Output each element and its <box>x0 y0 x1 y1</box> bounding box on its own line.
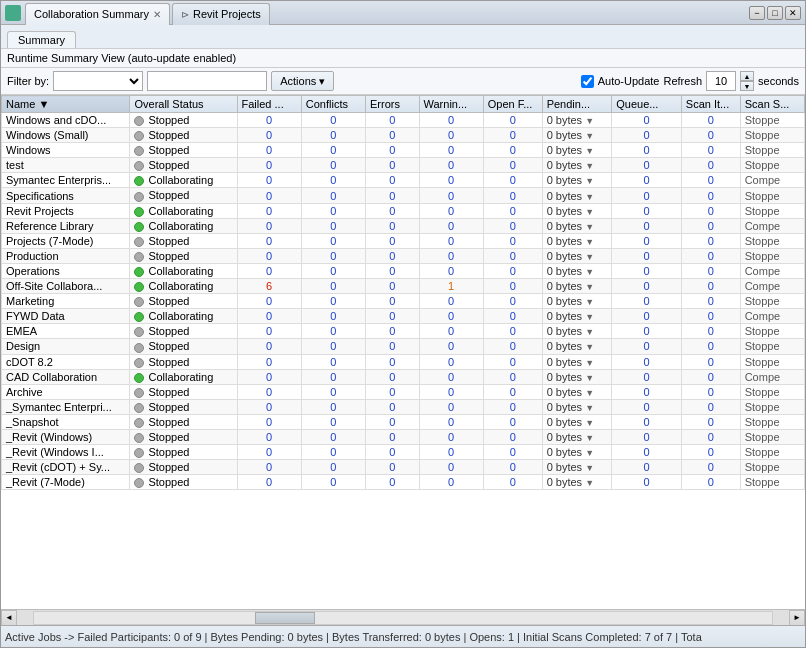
col-warnings[interactable]: Warnin... <box>419 96 483 113</box>
spin-up-button[interactable]: ▲ <box>740 71 754 81</box>
auto-update-checkbox[interactable] <box>581 75 594 88</box>
status-dot <box>134 146 144 156</box>
scroll-left-button[interactable]: ◄ <box>1 610 17 626</box>
cell-warnings: 0 <box>419 294 483 309</box>
maximize-button[interactable]: □ <box>767 6 783 20</box>
cell-open-f: 0 <box>483 445 542 460</box>
status-dot <box>134 463 144 473</box>
scroll-right-button[interactable]: ► <box>789 610 805 626</box>
cell-open-f: 0 <box>483 460 542 475</box>
table-row[interactable]: Symantec Enterpris... Collaborating 0 0 … <box>2 173 805 188</box>
minimize-button[interactable]: − <box>749 6 765 20</box>
table-row[interactable]: EMEA Stopped 0 0 0 0 0 0 bytes ▼ 0 0 Sto… <box>2 324 805 339</box>
cell-open-f: 0 <box>483 369 542 384</box>
cell-open-f: 0 <box>483 218 542 233</box>
cell-conflicts: 0 <box>301 399 365 414</box>
col-scan-it[interactable]: Scan It... <box>681 96 740 113</box>
cell-pending: 0 bytes ▼ <box>542 203 612 218</box>
scrollbar-track <box>33 611 773 625</box>
table-row[interactable]: _Revit (7-Mode) Stopped 0 0 0 0 0 0 byte… <box>2 475 805 490</box>
cell-conflicts: 0 <box>301 279 365 294</box>
cell-warnings: 0 <box>419 233 483 248</box>
col-conflicts[interactable]: Conflicts <box>301 96 365 113</box>
col-pending[interactable]: Pendin... <box>542 96 612 113</box>
col-name[interactable]: Name ▼ <box>2 96 130 113</box>
tab-revit-projects[interactable]: ⊳ Revit Projects <box>172 3 270 25</box>
spin-down-button[interactable]: ▼ <box>740 81 754 91</box>
table-row[interactable]: _Symantec Enterpri... Stopped 0 0 0 0 0 … <box>2 399 805 414</box>
table-row[interactable]: CAD Collaboration Collaborating 0 0 0 0 … <box>2 369 805 384</box>
cell-errors: 0 <box>366 294 420 309</box>
col-failed[interactable]: Failed ... <box>237 96 301 113</box>
table-row[interactable]: Production Stopped 0 0 0 0 0 0 bytes ▼ 0… <box>2 248 805 263</box>
cell-status: Stopped <box>130 384 237 399</box>
status-dot <box>134 358 144 368</box>
summary-tab[interactable]: Summary <box>7 31 76 48</box>
cell-pending: 0 bytes ▼ <box>542 324 612 339</box>
table-row[interactable]: _Revit (cDOT) + Sy... Stopped 0 0 0 0 0 … <box>2 460 805 475</box>
cell-open-f: 0 <box>483 475 542 490</box>
col-overall-status[interactable]: Overall Status <box>130 96 237 113</box>
col-errors[interactable]: Errors <box>366 96 420 113</box>
table-row[interactable]: Revit Projects Collaborating 0 0 0 0 0 0… <box>2 203 805 218</box>
table-row[interactable]: _Revit (Windows I... Stopped 0 0 0 0 0 0… <box>2 445 805 460</box>
filter-input[interactable] <box>147 71 267 91</box>
window-controls: − □ ✕ <box>749 6 801 20</box>
horizontal-scrollbar[interactable]: ◄ ► <box>1 609 805 625</box>
cell-pending: 0 bytes ▼ <box>542 279 612 294</box>
refresh-input[interactable] <box>706 71 736 91</box>
cell-scan-s: Stoppe <box>740 475 804 490</box>
actions-button[interactable]: Actions ▾ <box>271 71 334 91</box>
table-row[interactable]: Marketing Stopped 0 0 0 0 0 0 bytes ▼ 0 … <box>2 294 805 309</box>
cell-open-f: 0 <box>483 339 542 354</box>
table-row[interactable]: cDOT 8.2 Stopped 0 0 0 0 0 0 bytes ▼ 0 0… <box>2 354 805 369</box>
tab-label-collab: Collaboration Summary <box>34 8 149 20</box>
cell-status: Stopped <box>130 128 237 143</box>
actions-arrow-icon: ▾ <box>319 75 325 88</box>
cell-failed: 0 <box>237 294 301 309</box>
cell-status: Collaborating <box>130 279 237 294</box>
close-button[interactable]: ✕ <box>785 6 801 20</box>
tab-bar: Collaboration Summary ✕ ⊳ Revit Projects <box>25 1 270 25</box>
table-row[interactable]: Reference Library Collaborating 0 0 0 0 … <box>2 218 805 233</box>
table-row[interactable]: FYWD Data Collaborating 0 0 0 0 0 0 byte… <box>2 309 805 324</box>
table-row[interactable]: Specifications Stopped 0 0 0 0 0 0 bytes… <box>2 188 805 203</box>
table-row[interactable]: Windows Stopped 0 0 0 0 0 0 bytes ▼ 0 0 … <box>2 143 805 158</box>
cell-conflicts: 0 <box>301 158 365 173</box>
cell-scan-it: 0 <box>681 399 740 414</box>
cell-scan-it: 0 <box>681 429 740 444</box>
cell-conflicts: 0 <box>301 294 365 309</box>
cell-name: _Revit (Windows) <box>2 429 130 444</box>
table-row[interactable]: Windows and cDO... Stopped 0 0 0 0 0 0 b… <box>2 113 805 128</box>
table-container[interactable]: Name ▼ Overall Status Failed ... Conflic… <box>1 95 805 609</box>
col-scan-s[interactable]: Scan S... <box>740 96 804 113</box>
cell-errors: 0 <box>366 445 420 460</box>
cell-scan-s: Stoppe <box>740 233 804 248</box>
filter-select[interactable] <box>53 71 143 91</box>
cell-errors: 0 <box>366 399 420 414</box>
table-row[interactable]: test Stopped 0 0 0 0 0 0 bytes ▼ 0 0 Sto… <box>2 158 805 173</box>
table-row[interactable]: Projects (7-Mode) Stopped 0 0 0 0 0 0 by… <box>2 233 805 248</box>
cell-name: Revit Projects <box>2 203 130 218</box>
table-row[interactable]: _Revit (Windows) Stopped 0 0 0 0 0 0 byt… <box>2 429 805 444</box>
cell-open-f: 0 <box>483 143 542 158</box>
col-open-f[interactable]: Open F... <box>483 96 542 113</box>
table-row[interactable]: Design Stopped 0 0 0 0 0 0 bytes ▼ 0 0 S… <box>2 339 805 354</box>
table-row[interactable]: Archive Stopped 0 0 0 0 0 0 bytes ▼ 0 0 … <box>2 384 805 399</box>
tab-collaboration-summary[interactable]: Collaboration Summary ✕ <box>25 3 170 25</box>
table-row[interactable]: Operations Collaborating 0 0 0 0 0 0 byt… <box>2 263 805 278</box>
table-row[interactable]: Off-Site Collabora... Collaborating 6 0 … <box>2 279 805 294</box>
col-queued[interactable]: Queue... <box>612 96 682 113</box>
cell-queued: 0 <box>612 128 682 143</box>
cell-scan-s: Stoppe <box>740 414 804 429</box>
table-header-row: Name ▼ Overall Status Failed ... Conflic… <box>2 96 805 113</box>
cell-open-f: 0 <box>483 399 542 414</box>
scrollbar-thumb[interactable] <box>255 612 315 624</box>
runtime-toolbar: Runtime Summary View (auto-update enable… <box>1 49 805 68</box>
table-row[interactable]: _Snapshot Stopped 0 0 0 0 0 0 bytes ▼ 0 … <box>2 414 805 429</box>
cell-warnings: 0 <box>419 113 483 128</box>
table-row[interactable]: Windows (Small) Stopped 0 0 0 0 0 0 byte… <box>2 128 805 143</box>
cell-pending: 0 bytes ▼ <box>542 218 612 233</box>
tab-close-collab[interactable]: ✕ <box>153 9 161 20</box>
cell-status: Stopped <box>130 460 237 475</box>
